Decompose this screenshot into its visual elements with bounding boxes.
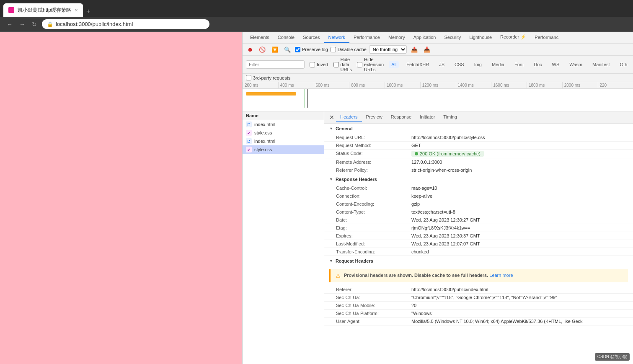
field-name-request-url: Request URL: [336,135,411,140]
tab-sources[interactable]: Sources [299,32,324,43]
field-transfer-encoding: Transfer-Encoding: chunked [324,248,633,256]
mark-1800: 1800 ms [527,82,562,88]
hide-data-urls-label[interactable]: Hide data URLs [333,57,352,72]
timeline-bar-1 [246,92,296,96]
filter-media-btn[interactable]: Media [489,61,507,68]
filter-icon-btn[interactable]: 🔽 [270,46,280,54]
throttle-select[interactable]: No throttling [369,45,407,54]
invert-checkbox[interactable] [310,62,315,67]
timeline-cursor [307,89,308,108]
filter-ws-btn[interactable]: WS [550,61,562,68]
warning-text: Provisional headers are shown. Disable c… [344,273,513,278]
general-section-header[interactable]: General [324,124,633,134]
tab-close-btn[interactable]: ✕ [75,8,78,13]
field-content-encoding: Content-Encoding: gzip [324,200,633,208]
mark-1400: 1400 ms [456,82,491,88]
filter-css-btn[interactable]: CSS [452,61,467,68]
detail-close-btn[interactable]: ✕ [328,113,336,121]
filter-xhr-btn[interactable]: Fetch/XHR [404,61,431,68]
tab-memory[interactable]: Memory [384,32,409,43]
tab-perf2[interactable]: Performanc [530,32,563,43]
fv-connection: keep-alive [411,194,432,199]
field-value-referrer-policy: strict-origin-when-cross-origin [411,168,472,173]
upload-btn[interactable]: 📤 [409,46,419,54]
url-text: localhost:3000/public/index.html [56,21,133,27]
network-item-2[interactable]: ✔ style.css [243,129,324,137]
invert-label[interactable]: Invert [310,62,328,67]
css-icon-2: ✔ [246,147,252,152]
field-value-remote-address: 127.0.0.1:3000 [411,160,442,165]
timeline: 200 ms 400 ms 600 ms 800 ms 1000 ms 1200… [243,82,633,111]
fn-content-encoding: Content-Encoding: [336,201,411,207]
disable-cache-label[interactable]: Disable cache [331,47,367,52]
mark-800: 800 ms [349,82,385,88]
field-user-agent: User-Agent: Mozilla/5.0 (Windows NT 10.0… [324,318,633,325]
field-request-url: Request URL: http://localhost:3000/publi… [324,134,633,142]
third-party-label[interactable]: 3rd-party requests [246,75,630,80]
search-btn[interactable]: 🔍 [282,46,292,54]
request-headers-header[interactable]: Request Headers [324,256,633,266]
clear-btn[interactable]: 🚫 [257,46,267,54]
fn-user-agent: User-Agent: [336,319,411,324]
field-status-code: Status Code: 200 OK (from memory cache) [324,150,633,158]
mark-1600: 1600 ms [491,82,527,88]
network-item-3[interactable]: 🗋 index.html [243,137,324,145]
learn-more-link[interactable]: Learn more [489,273,513,278]
active-tab[interactable]: 凯小默测试http缓存策略 ✕ [3,3,83,17]
mark-600: 600 ms [314,82,349,88]
url-bar[interactable]: 🔒 localhost:3000/public/index.html [42,19,209,29]
fn-content-type: Content-Type: [336,209,411,214]
record-btn[interactable]: ⏺ [246,46,255,54]
network-item-name-1: index.html [254,122,275,127]
detail-tab-response[interactable]: Response [387,112,416,122]
filter-manifest-btn[interactable]: Manifest [590,61,612,68]
tab-security[interactable]: Security [440,32,465,43]
forward-btn[interactable]: → [18,20,27,28]
detail-close-bar: ✕ Headers Preview Response Initiator Tim… [324,111,633,124]
tab-performance[interactable]: Performance [349,32,384,43]
tab-elements[interactable]: Elements [246,32,274,43]
network-item-1[interactable]: 🗋 index.html [243,120,324,129]
fn-sec-ch-ua-mobile: Sec-Ch-Ua-Mobile: [336,303,411,308]
preserve-log-label[interactable]: Preserve log [295,47,328,52]
html-icon-2: 🗋 [246,138,252,144]
fv-etag: rjmONgfL8/XsKJ3fXr4k1w== [411,225,470,230]
tab-application[interactable]: Application [409,32,440,43]
field-sec-ch-ua: Sec-Ch-Ua: "Chromium";v="118", "Google C… [324,294,633,302]
request-headers-section: Request Headers ⚠ Provisional headers ar… [324,256,633,325]
new-tab-btn[interactable]: + [83,6,93,17]
filter-img-btn[interactable]: Img [472,61,484,68]
filter-font-btn[interactable]: Font [512,61,526,68]
filter-all-btn[interactable]: All [389,61,399,68]
fn-expires: Expires: [336,233,411,238]
detail-tab-headers[interactable]: Headers [336,112,362,122]
detail-tab-preview[interactable]: Preview [362,112,387,122]
preserve-log-checkbox[interactable] [295,47,300,52]
hide-ext-urls-label[interactable]: Hide extension URLs [357,57,384,72]
fn-sec-ch-ua: Sec-Ch-Ua: [336,295,411,300]
fv-sec-ch-ua-platform: "Windows" [411,311,433,316]
detail-tab-initiator[interactable]: Initiator [416,112,439,122]
tab-console[interactable]: Console [274,32,299,43]
filter-wasm-btn[interactable]: Wasm [567,61,585,68]
hide-data-urls-checkbox[interactable] [333,62,339,67]
detail-tab-timing[interactable]: Timing [439,112,461,122]
tab-lighthouse[interactable]: Lighthouse [465,32,496,43]
network-item-4[interactable]: ✔ style.css [243,145,324,154]
refresh-btn[interactable]: ↻ [30,20,39,28]
back-btn[interactable]: ← [5,20,14,28]
tab-recorder[interactable]: Recorder ⚡ [496,32,530,43]
tab-network[interactable]: Network [324,32,349,43]
third-party-checkbox[interactable] [246,75,251,80]
filter-input[interactable] [246,60,305,69]
filter-js-btn[interactable]: JS [437,61,447,68]
response-headers-header[interactable]: Response Headers [324,174,633,184]
filter-doc-btn[interactable]: Doc [531,61,545,68]
fv-user-agent: Mozilla/5.0 (Windows NT 10.0; Win64; x64… [411,319,583,324]
download-btn[interactable]: 📥 [422,46,432,54]
filter-other-btn[interactable]: Oth [617,61,630,68]
network-list: Name 🗋 index.html ✔ style.css 🗋 index.ht… [243,111,324,364]
hide-ext-urls-checkbox[interactable] [357,62,362,67]
fv-last-modified: Wed, 23 Aug 2023 12:07:07 GMT [411,241,480,246]
disable-cache-checkbox[interactable] [331,47,336,52]
